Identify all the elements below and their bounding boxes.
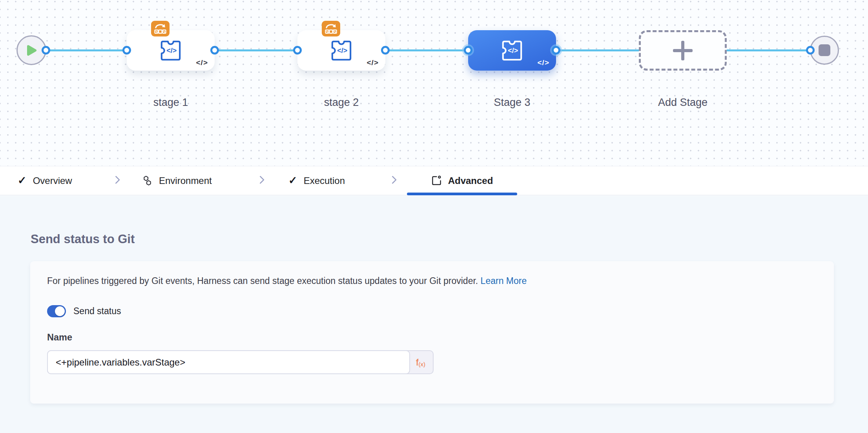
add-stage-label: Add Stage xyxy=(639,96,727,109)
toggle-knob xyxy=(55,306,65,316)
advanced-settings-icon xyxy=(431,175,442,186)
connection-port[interactable] xyxy=(464,46,472,55)
description-body: For pipelines triggered by Git events, H… xyxy=(47,276,478,286)
tab-label: Overview xyxy=(33,175,72,186)
name-input-group: f(x) xyxy=(47,350,434,374)
stop-icon xyxy=(819,44,830,56)
custom-stage-puzzle-icon: </> xyxy=(159,39,182,62)
pipeline-canvas[interactable]: </> </> </> </> xyxy=(0,0,868,166)
section-heading: Send status to Git xyxy=(31,232,135,246)
tab-label: Execution xyxy=(304,175,345,186)
tab-label: Environment xyxy=(159,175,212,186)
stage-yaml-glyph: </> xyxy=(196,58,208,67)
connection-port[interactable] xyxy=(42,46,50,55)
custom-stage-puzzle-icon: </> xyxy=(330,39,353,62)
tab-advanced-active[interactable]: Advanced xyxy=(407,166,517,195)
stage-yaml-glyph: </> xyxy=(367,58,379,67)
stage-config-tabbar: ✓ Overview Environment ✓ Execution Advan… xyxy=(0,166,868,195)
plus-icon xyxy=(673,41,693,60)
connection-port[interactable] xyxy=(552,46,560,55)
stage-label: Stage 3 xyxy=(468,96,556,109)
stage-label: stage 2 xyxy=(297,96,385,109)
chevron-right-icon xyxy=(388,176,397,184)
stage-node-stage-2[interactable]: </> </> xyxy=(297,30,385,71)
connection-port[interactable] xyxy=(381,46,390,55)
code-glyph: </> xyxy=(166,47,177,55)
stage-yaml-glyph: </> xyxy=(538,58,549,67)
chevron-right-icon xyxy=(112,176,120,184)
tab-environment[interactable]: Environment xyxy=(142,166,212,195)
advanced-tab-content: Send status to Git For pipelines trigger… xyxy=(0,196,868,433)
send-status-card: For pipelines triggered by Git events, H… xyxy=(30,261,834,404)
code-glyph: </> xyxy=(508,47,518,55)
send-status-toggle-row: Send status xyxy=(47,305,121,317)
stage-node-stage-3-selected[interactable]: </> </> xyxy=(468,30,556,71)
expression-fx-button[interactable]: f(x) xyxy=(408,351,433,373)
connection-port[interactable] xyxy=(806,46,815,55)
add-stage-button[interactable] xyxy=(639,30,727,71)
stage-node-stage-1[interactable]: </> </> xyxy=(127,30,215,71)
chevron-right-icon xyxy=(256,176,264,184)
code-glyph: </> xyxy=(337,47,347,55)
learn-more-link[interactable]: Learn More xyxy=(481,276,527,286)
stage-label: stage 1 xyxy=(127,96,215,109)
fx-f: f xyxy=(416,357,419,368)
check-icon: ✓ xyxy=(288,175,297,186)
description-text: For pipelines triggered by Git events, H… xyxy=(47,276,527,286)
toggle-label: Send status xyxy=(73,306,121,317)
fx-sub: (x) xyxy=(419,361,426,368)
tab-overview[interactable]: ✓ Overview xyxy=(18,166,72,195)
tab-label: Advanced xyxy=(448,175,493,186)
pipeline-studio: </> </> </> </> xyxy=(0,0,868,433)
send-status-toggle[interactable] xyxy=(47,305,66,317)
propagate-stage-badge-icon xyxy=(322,21,340,36)
tab-execution[interactable]: ✓ Execution xyxy=(288,166,345,195)
connection-port[interactable] xyxy=(122,46,131,55)
environment-hexagons-icon xyxy=(142,175,153,186)
custom-stage-puzzle-icon: </> xyxy=(501,39,523,62)
propagate-stage-badge-icon xyxy=(151,21,170,36)
connection-port[interactable] xyxy=(293,46,302,55)
connection-port[interactable] xyxy=(210,46,219,55)
play-icon xyxy=(26,44,37,56)
name-field-label: Name xyxy=(47,332,72,343)
check-icon: ✓ xyxy=(18,175,27,186)
name-input[interactable] xyxy=(47,350,410,374)
